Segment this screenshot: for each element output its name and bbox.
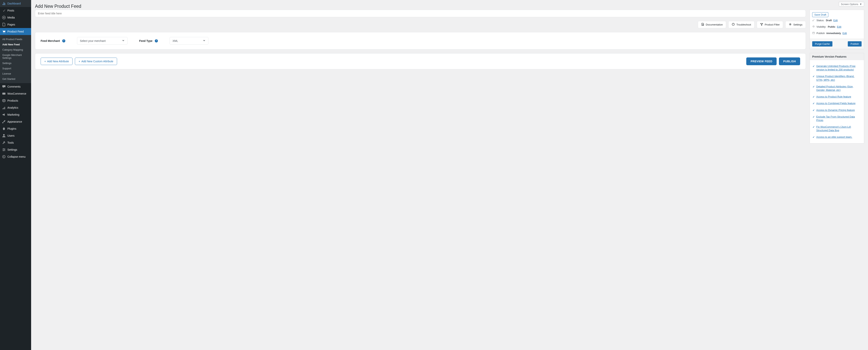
sidebar-label: Comments (7, 85, 21, 88)
add-custom-attribute-button[interactable]: + Add New Custom Attribute (75, 58, 117, 65)
cart-icon (2, 30, 6, 33)
sidebar-plugins[interactable]: Plugins (0, 125, 31, 132)
sidebar-users[interactable]: Users (0, 132, 31, 139)
sidebar-label: Settings (7, 148, 17, 151)
feed-title-input[interactable] (35, 10, 806, 17)
sidebar-label: Pages (7, 23, 15, 26)
submenu-category-mapping[interactable]: Category Mapping (0, 47, 31, 52)
sidebar-analytics[interactable]: Analytics (0, 104, 31, 111)
sidebar-settings[interactable]: Settings (0, 146, 31, 153)
plus-icon: + (79, 60, 80, 63)
sidebar-dashboard[interactable]: Dashboard (0, 0, 31, 7)
submenu-google-merchant[interactable]: Google Merchant Settings (0, 52, 31, 61)
sidebar-label: Appearance (7, 120, 22, 123)
submenu-support[interactable]: Support (0, 66, 31, 71)
premium-feature-link[interactable]: Access to Combined Fields feature (816, 101, 856, 105)
svg-point-2 (3, 33, 4, 33)
check-icon: ✓ (813, 102, 815, 105)
help-icon[interactable]: ? (155, 39, 158, 42)
publish-button[interactable]: Publish (848, 41, 862, 47)
svg-point-3 (5, 33, 5, 33)
sidebar-media[interactable]: Media (0, 14, 31, 21)
eye-icon (812, 25, 815, 28)
sidebar-products[interactable]: Products (0, 97, 31, 104)
premium-feature-link[interactable]: Access to an elite support team. (816, 135, 852, 139)
submenu-settings[interactable]: Settings (0, 61, 31, 66)
pin-icon (2, 8, 6, 12)
sidebar-label: Media (7, 16, 15, 19)
edit-publish-link[interactable]: Edit (842, 32, 847, 35)
preview-feed-button[interactable]: PREVIEW FEED (746, 57, 777, 65)
troubleshoot-button[interactable]: Troubleshoot (728, 21, 754, 28)
title-card (35, 10, 806, 17)
sidebar-posts[interactable]: Posts (0, 7, 31, 14)
svg-point-12 (813, 20, 813, 21)
button-label: Troubleshoot (736, 23, 751, 26)
save-draft-button[interactable]: Save Draft (812, 12, 828, 17)
page-title: Add New Product Feed (35, 2, 81, 10)
plus-icon: + (44, 60, 46, 63)
sidebar-woocommerce[interactable]: WooCommerce (0, 90, 31, 97)
premium-feature-link[interactable]: Exclude Tax From Structured Data Prices (816, 115, 861, 122)
sidebar-label: Plugins (7, 127, 16, 130)
submenu-all-feeds[interactable]: All Product Feeds (0, 37, 31, 42)
svg-point-8 (3, 150, 4, 151)
check-icon: ✓ (813, 75, 815, 78)
sidebar-pages[interactable]: Pages (0, 21, 31, 28)
publish-value: immediately (827, 32, 841, 35)
purge-cache-button[interactable]: Purge Cache (812, 41, 832, 47)
select-value: XML (173, 39, 178, 42)
key-icon (812, 19, 815, 22)
check-icon: ✓ (813, 115, 815, 118)
premium-feature-link[interactable]: Access to Dynamic Pricing feature (816, 109, 855, 112)
button-label: Settings (793, 23, 803, 26)
dashboard-icon (2, 2, 6, 5)
settings-button[interactable]: Settings (785, 21, 806, 28)
sidebar-appearance[interactable]: Appearance (0, 118, 31, 125)
visibility-label: Visibility: (816, 25, 826, 28)
screen-options-label: Screen Options (841, 3, 859, 6)
alert-icon (732, 23, 735, 27)
help-icon[interactable]: ? (62, 39, 65, 42)
sidebar-collapse[interactable]: Collapse menu (0, 153, 31, 160)
merchant-select[interactable]: Select your merchant (77, 37, 128, 45)
wrench-icon (2, 141, 6, 145)
sidebar-tools[interactable]: Tools (0, 139, 31, 146)
sidebar-comments[interactable]: Comments (0, 83, 31, 90)
button-label: Add New Attribute (47, 60, 69, 63)
premium-feature-link[interactable]: Unique Product Identifiers (Brand, GTIN,… (816, 75, 861, 82)
check-icon: ✓ (813, 65, 815, 68)
premium-feature-link[interactable]: Fix WooCommerce's (Json-Ld) Structured D… (816, 125, 861, 132)
check-icon: ✓ (813, 95, 815, 98)
visibility-value: Public (828, 25, 835, 28)
svg-point-6 (3, 148, 4, 149)
premium-feature-link[interactable]: Detailed Product Attributes (Size, Gende… (816, 85, 861, 92)
submenu-license[interactable]: License (0, 71, 31, 76)
sidebar-product-feed[interactable]: Product Feed (0, 28, 31, 35)
button-label: Product Filter (765, 23, 780, 26)
edit-visibility-link[interactable]: Edit (837, 25, 841, 28)
sidebar-label: Analytics (7, 106, 18, 109)
edit-status-link[interactable]: Edit (833, 19, 838, 22)
screen-options-toggle[interactable]: Screen Options ▼ (839, 2, 864, 6)
chevron-down-icon (122, 39, 125, 42)
premium-feature-link[interactable]: Access to Product Rule feature (816, 95, 851, 98)
user-icon (2, 134, 6, 138)
publish-feed-button[interactable]: PUBLISH (779, 57, 800, 65)
megaphone-icon (2, 113, 6, 117)
submenu-add-new[interactable]: Add New Feed (0, 42, 31, 47)
sidebar-label: Dashboard (7, 2, 21, 5)
add-attribute-button[interactable]: + Add New Attribute (41, 58, 72, 65)
documentation-button[interactable]: Documentation (698, 21, 726, 28)
product-filter-button[interactable]: Product Filter (757, 21, 783, 28)
merchant-label: Feed Merchant (41, 39, 60, 42)
sidebar-label: WooCommerce (7, 92, 26, 95)
submenu-get-started[interactable]: Get Started (0, 76, 31, 82)
premium-feature-link[interactable]: Generate Unlimited Products (Free versio… (816, 64, 861, 71)
type-select[interactable]: XML (169, 37, 209, 45)
sidebar-marketing[interactable]: Marketing (0, 111, 31, 118)
sidebar-label: Marketing (7, 113, 19, 116)
check-icon: ✓ (813, 85, 815, 88)
svg-point-7 (4, 149, 5, 150)
select-value: Select your merchant (80, 39, 105, 42)
